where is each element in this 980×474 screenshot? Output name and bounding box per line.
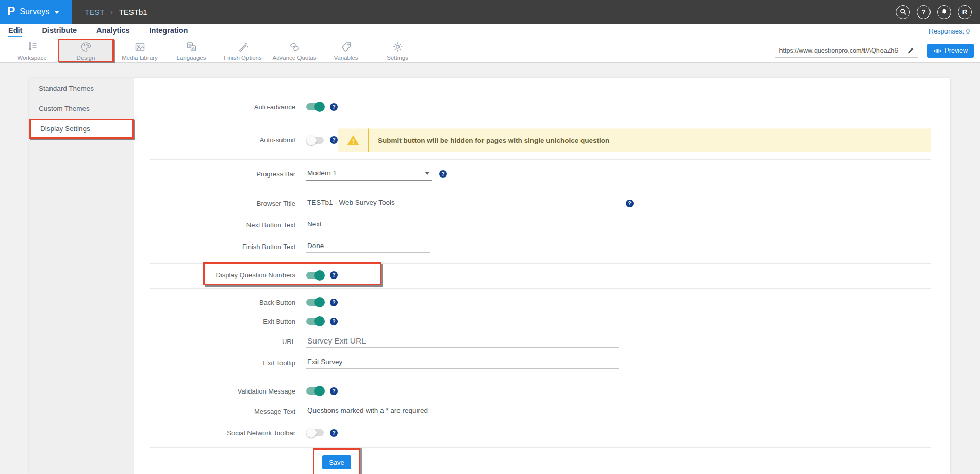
progress-bar-row: Progress Bar Modern 1 ? [134, 165, 950, 183]
help-icon[interactable]: ? [330, 387, 338, 395]
search-icon[interactable] [896, 5, 910, 19]
toolbar-item-label: Design [77, 55, 95, 61]
sidebar-item-standard-themes[interactable]: Standard Themes [29, 78, 134, 99]
auto-advance-label: Auto-advance [134, 103, 295, 111]
app-switcher[interactable]: P Surveys [0, 0, 72, 24]
exit-url-label: URL [134, 338, 295, 346]
breadcrumb-separator: › [110, 8, 112, 16]
exit-url-row: URL [134, 332, 950, 351]
tab-integration[interactable]: Integration [150, 26, 188, 37]
responses-count[interactable]: Responses: 0 [929, 27, 970, 35]
tab-distribute[interactable]: Distribute [42, 26, 77, 37]
gear-icon [391, 41, 404, 53]
progress-bar-label: Progress Bar [134, 170, 295, 178]
next-button-text-label: Next Button Text [134, 221, 295, 229]
notifications-bell-icon[interactable] [937, 5, 951, 19]
message-text-label: Message Text [134, 407, 295, 415]
toolbar-item-media-library[interactable]: Media Library [114, 39, 165, 62]
toggle-knob [306, 135, 317, 145]
display-question-numbers-toggle[interactable] [306, 270, 325, 281]
browser-title-row: Browser Title ? [134, 194, 950, 213]
auto-advance-row: Auto-advance ? [134, 97, 950, 116]
validation-message-row: Validation Message ? [134, 382, 950, 400]
help-icon[interactable]: ? [330, 299, 338, 306]
toolbar-item-settings[interactable]: Settings [372, 39, 423, 62]
preview-button[interactable]: Preview [927, 44, 974, 58]
warning-triangle-icon: ! [338, 128, 369, 152]
help-icon[interactable]: ? [626, 200, 634, 207]
breadcrumb-parent[interactable]: TEST [85, 8, 104, 17]
sidebar-item-custom-themes[interactable]: Custom Themes [29, 99, 134, 119]
social-network-toolbar-row: Social Network Toolbar ? [134, 423, 950, 442]
divider [150, 379, 931, 379]
help-icon[interactable]: ? [330, 271, 338, 279]
toolbar-item-label: Languages [177, 55, 206, 61]
message-text-input[interactable] [306, 405, 619, 417]
auto-advance-toggle[interactable] [306, 102, 325, 112]
divider [150, 288, 931, 289]
toolbar-item-variables[interactable]: Variables [320, 39, 372, 62]
display-question-numbers-label: Display Question Numbers [134, 271, 295, 279]
exit-tooltip-input[interactable] [306, 356, 619, 369]
auto-submit-row: Auto-submit ? ! Submit button will be hi… [134, 128, 950, 152]
divider [150, 447, 931, 448]
toolbar: Workspace Design Media Library 文A Langua… [0, 39, 980, 63]
avatar[interactable]: R [958, 5, 972, 19]
toggle-knob [306, 428, 317, 438]
exit-url-input[interactable] [306, 335, 619, 348]
validation-message-label: Validation Message [134, 387, 295, 395]
sidebar-item-label: Custom Themes [39, 105, 90, 112]
section-nav: Edit Distribute Analytics Integration Re… [0, 24, 980, 39]
survey-url-box [775, 44, 918, 58]
help-icon[interactable]: ? [917, 5, 931, 19]
toggle-knob [314, 386, 325, 396]
toolbar-item-languages[interactable]: 文A Languages [165, 39, 217, 62]
media-library-icon [134, 41, 146, 53]
toolbar-item-finish-options[interactable]: Finish Options [217, 39, 269, 62]
validation-message-toggle[interactable] [306, 386, 325, 396]
finish-button-text-label: Finish Button Text [134, 243, 295, 251]
next-button-text-input[interactable] [306, 219, 430, 231]
app-menu-label: Surveys [20, 7, 49, 17]
toolbar-item-design[interactable]: Design [58, 39, 114, 62]
breadcrumb: TEST › TESTb1 [72, 0, 147, 24]
survey-url-input[interactable] [775, 44, 904, 57]
content-panel: Standard Themes Custom Themes Display Se… [29, 78, 950, 474]
next-button-text-row: Next Button Text [134, 216, 950, 234]
tab-analytics[interactable]: Analytics [96, 26, 129, 37]
help-icon[interactable]: ? [330, 103, 338, 111]
svg-text:!: ! [352, 138, 354, 145]
save-button[interactable]: Save [322, 455, 351, 469]
auto-submit-toggle[interactable] [306, 135, 325, 145]
help-icon[interactable]: ? [330, 136, 338, 144]
help-icon[interactable]: ? [330, 318, 338, 325]
back-button-toggle[interactable] [306, 297, 325, 307]
toggle-knob [314, 297, 325, 307]
browser-title-input[interactable] [306, 197, 619, 209]
finish-button-text-input[interactable] [306, 240, 430, 253]
message-text-row: Message Text [134, 402, 950, 420]
help-icon[interactable]: ? [439, 170, 447, 178]
progress-bar-select[interactable]: Modern 1 [306, 167, 432, 181]
browser-title-label: Browser Title [134, 200, 295, 207]
toolbar-item-label: Workspace [17, 55, 46, 61]
sidebar-item-display-settings[interactable]: Display Settings [29, 119, 134, 139]
warning-text: Submit button will be hidden for pages w… [378, 136, 609, 144]
questionpro-logo-icon: P [7, 6, 15, 18]
breadcrumb-current: TESTb1 [119, 8, 147, 17]
back-button-row: Back Button ? [134, 293, 950, 312]
toolbar-item-advance-quotas[interactable]: Advance Quotas [269, 39, 320, 62]
chain-links-icon [288, 41, 301, 53]
display-question-numbers-row: Display Question Numbers ? [134, 264, 950, 287]
toolbar-item-workspace[interactable]: Workspace [6, 39, 58, 62]
exit-button-row: Exit Button ? [134, 312, 950, 331]
chevron-down-icon [425, 172, 430, 175]
exit-button-toggle[interactable] [306, 316, 325, 326]
design-palette-icon [79, 41, 92, 53]
toolbar-item-label: Finish Options [224, 55, 262, 61]
tab-edit[interactable]: Edit [8, 26, 22, 37]
social-network-toolbar-toggle[interactable] [306, 428, 325, 438]
edit-pencil-icon[interactable] [904, 44, 918, 57]
preview-label: Preview [945, 47, 968, 54]
help-icon[interactable]: ? [330, 429, 338, 437]
